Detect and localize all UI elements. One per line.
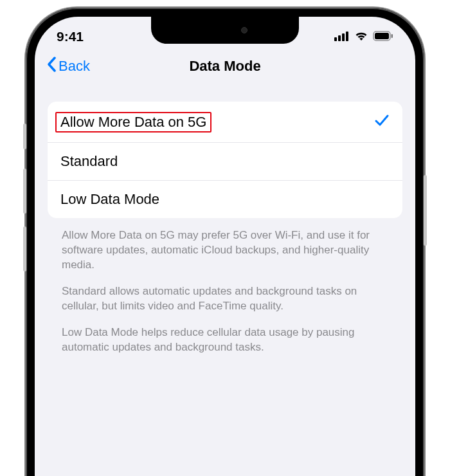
side-button (23, 124, 26, 149)
nav-bar: Back Data Mode (35, 49, 415, 84)
footer-paragraph: Standard allows automatic updates and ba… (62, 284, 388, 314)
svg-rect-0 (334, 37, 337, 41)
front-camera (241, 27, 248, 33)
notch (151, 17, 299, 44)
cellular-icon (334, 29, 350, 44)
svg-rect-3 (346, 32, 348, 41)
back-label: Back (59, 58, 90, 75)
page-title: Data Mode (189, 58, 260, 75)
back-button[interactable]: Back (46, 57, 90, 76)
chevron-left-icon (46, 57, 57, 76)
footer-paragraph: Low Data Mode helps reduce cellular data… (62, 325, 388, 355)
highlight-annotation: Allow More Data on 5G (55, 112, 212, 133)
data-mode-list: Allow More Data on 5G Standard Low Data … (48, 102, 402, 218)
side-button (424, 175, 427, 246)
svg-rect-5 (375, 33, 389, 39)
svg-rect-2 (342, 33, 345, 41)
option-label: Allow More Data on 5G (60, 114, 206, 130)
side-button (23, 169, 26, 214)
status-time: 9:41 (57, 29, 84, 44)
side-button (23, 226, 26, 271)
option-low-data-mode[interactable]: Low Data Mode (48, 180, 402, 218)
option-standard[interactable]: Standard (48, 142, 402, 180)
device-frame: 9:41 Back Data Mode (26, 8, 424, 476)
footer-text: Allow More Data on 5G may prefer 5G over… (48, 218, 402, 355)
svg-rect-1 (338, 35, 341, 41)
content-area: Allow More Data on 5G Standard Low Data … (35, 84, 415, 355)
footer-paragraph: Allow More Data on 5G may prefer 5G over… (62, 228, 388, 273)
option-label: Standard (60, 153, 118, 170)
wifi-icon (354, 29, 368, 44)
option-label: Low Data Mode (60, 191, 159, 208)
option-allow-more-data-5g[interactable]: Allow More Data on 5G (48, 102, 402, 142)
screen: 9:41 Back Data Mode (35, 17, 415, 476)
checkmark-icon (374, 112, 390, 132)
svg-rect-6 (392, 34, 393, 38)
battery-icon (373, 29, 393, 44)
